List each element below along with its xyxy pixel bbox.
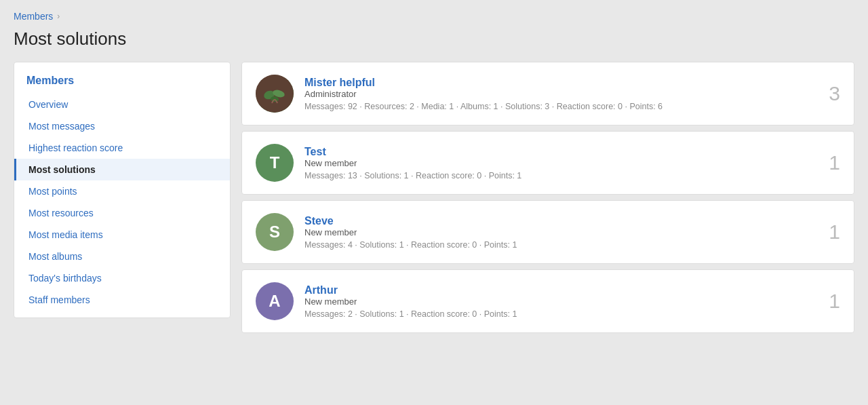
member-role: New member	[304, 158, 818, 168]
member-card: SSteveNew memberMessages: 4 · Solutions:…	[241, 200, 854, 264]
sidebar-item-most-solutions[interactable]: Most solutions	[14, 159, 230, 180]
sidebar-item-most-messages[interactable]: Most messages	[14, 115, 230, 137]
member-role: New member	[304, 296, 818, 307]
content-layout: Members OverviewMost messagesHighest rea…	[14, 62, 854, 339]
member-role: New member	[304, 227, 818, 237]
member-role: Administrator	[304, 89, 818, 99]
member-stats: Messages: 13 · Solutions: 1 · Reaction s…	[304, 171, 818, 180]
member-score: 1	[829, 151, 840, 174]
sidebar-item-most-resources[interactable]: Most resources	[14, 202, 230, 224]
sidebar-heading: Members	[14, 69, 230, 94]
member-name[interactable]: Steve	[304, 215, 334, 227]
member-stats: Messages: 4 · Solutions: 1 · Reaction sc…	[304, 240, 818, 250]
member-info: ArthurNew memberMessages: 2 · Solutions:…	[304, 284, 818, 319]
member-name[interactable]: Mister helpful	[304, 77, 375, 88]
sidebar-item-most-albums[interactable]: Most albums	[14, 246, 230, 267]
sidebar-item-most-media-items[interactable]: Most media items	[14, 224, 230, 246]
member-score: 1	[829, 290, 840, 313]
member-name[interactable]: Arthur	[304, 284, 338, 296]
sidebar-item-highest-reaction-score[interactable]: Highest reaction score	[14, 137, 230, 159]
sidebar-item-most-points[interactable]: Most points	[14, 180, 230, 202]
member-score: 3	[829, 82, 840, 105]
main-content: Mister helpfulAdministratorMessages: 92 …	[241, 62, 854, 339]
avatar: T	[256, 144, 294, 182]
member-info: Mister helpfulAdministratorMessages: 92 …	[304, 77, 818, 111]
avatar: A	[256, 282, 294, 320]
sidebar: Members OverviewMost messagesHighest rea…	[14, 62, 231, 318]
sidebar-item-staff-members[interactable]: Staff members	[14, 289, 230, 311]
breadcrumb: Members ›	[14, 11, 854, 22]
page-title: Most solutions	[14, 28, 854, 50]
breadcrumb-members-link[interactable]: Members	[14, 11, 53, 22]
member-card: AArthurNew memberMessages: 2 · Solutions…	[241, 269, 854, 333]
member-name[interactable]: Test	[304, 146, 326, 157]
avatar: S	[256, 213, 294, 251]
member-score: 1	[829, 220, 840, 244]
member-card: TTestNew memberMessages: 13 · Solutions:…	[241, 131, 854, 195]
sidebar-item-todays-birthdays[interactable]: Today's birthdays	[14, 267, 230, 289]
avatar	[256, 75, 294, 113]
member-stats: Messages: 2 · Solutions: 1 · Reaction sc…	[304, 309, 818, 319]
member-card: Mister helpfulAdministratorMessages: 92 …	[241, 62, 854, 126]
member-info: TestNew memberMessages: 13 · Solutions: …	[304, 146, 818, 180]
member-info: SteveNew memberMessages: 4 · Solutions: …	[304, 215, 818, 250]
member-stats: Messages: 92 · Resources: 2 · Media: 1 ·…	[304, 102, 818, 111]
sidebar-item-overview[interactable]: Overview	[14, 94, 230, 115]
breadcrumb-separator: ›	[57, 12, 60, 21]
